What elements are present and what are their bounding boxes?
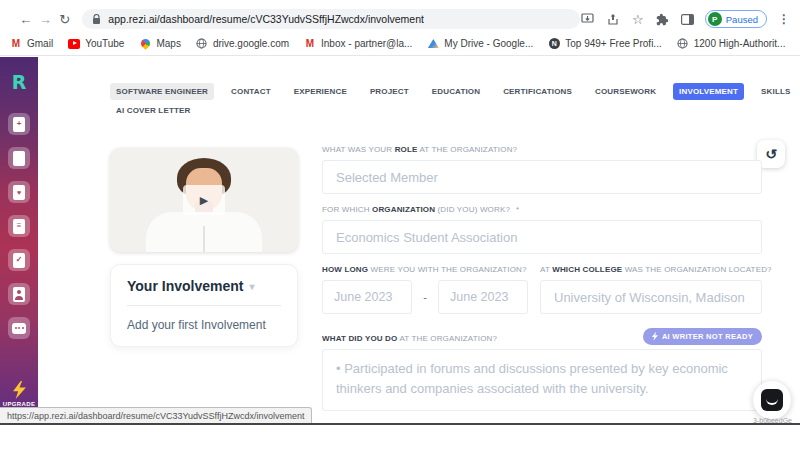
bookmark-label: Maps (156, 38, 180, 49)
share-icon[interactable] (605, 11, 621, 27)
bookmark-label: My Drive - Google... (444, 38, 533, 49)
start-date-input[interactable]: June 2023 (322, 280, 412, 314)
role-input[interactable]: Selected Member (322, 160, 762, 194)
involvement-form: WHAT WAS YOUR ROLE AT THE ORGANIZATION? … (322, 145, 762, 411)
add-first-involvement-link[interactable]: Add your first Involvement (127, 318, 281, 332)
bookmark-drive-site[interactable]: drive.google.com (196, 38, 289, 50)
college-label: AT WHICH COLLEGE WAS THE ORGANIZATION LO… (540, 265, 772, 275)
bookmark-my-drive[interactable]: My Drive - Google... (427, 38, 533, 50)
avatar: P (708, 12, 722, 26)
gmail-icon: M (304, 38, 316, 50)
tab-ai-cover-letter[interactable]: AI COVER LETTER (110, 102, 196, 119)
involvement-heading-label: Your Involvement (127, 278, 243, 294)
globe-icon (196, 38, 208, 50)
bookmark-1200-high[interactable]: 1200 High-Authorit... (677, 38, 786, 50)
college-input[interactable]: University of Wisconsin, Madison (540, 280, 762, 314)
tab-involvement[interactable]: INVOLVEMENT (673, 83, 744, 100)
tab-education[interactable]: EDUCATION (426, 83, 486, 100)
description-label: WHAT DID YOU DO AT THE ORGANIZATION? (322, 334, 497, 344)
bookmark-label: drive.google.com (213, 38, 289, 49)
ai-writer-label: AI WRITER NOT READY (662, 332, 753, 341)
bookmark-label: Inbox - partner@la... (321, 38, 412, 49)
tutorial-video-card[interactable]: ▶ (110, 148, 298, 252)
bookmark-youtube[interactable]: YouTube (68, 38, 124, 50)
duration-label: HOW LONG WERE YOU WITH THE ORGANIZATION? (322, 265, 528, 275)
profile-chip[interactable]: P Paused (705, 10, 767, 28)
document-user-icon[interactable] (8, 283, 30, 305)
bolt-icon (652, 332, 658, 341)
organization-input[interactable]: Economics Student Association (322, 220, 762, 254)
browser-toolbar: ← → ↻ app.rezi.ai/dashboard/resume/cVC33… (0, 6, 800, 32)
play-icon: ▶ (200, 194, 208, 207)
bookmark-inbox[interactable]: M Inbox - partner@la... (304, 38, 412, 50)
chat-bubble-icon[interactable] (8, 317, 30, 339)
bookmark-label: Top 949+ Free Profi... (565, 38, 661, 49)
tab-project[interactable]: PROJECT (364, 83, 415, 100)
rezi-app: R + ♥ ≡ ✓ UPGRADE SOFTWARE ENGINEER CONT… (0, 57, 800, 423)
window-bottom-edge (0, 423, 800, 425)
divider (127, 305, 281, 306)
app-sidebar: R + ♥ ≡ ✓ UPGRADE (0, 57, 38, 423)
bookmark-top949[interactable]: N Top 949+ Free Profi... (548, 38, 661, 50)
ai-writer-button[interactable]: AI WRITER NOT READY (643, 328, 762, 345)
url-bar[interactable]: app.rezi.ai/dashboard/resume/cVC33YudvSS… (82, 9, 579, 29)
bookmark-maps[interactable]: Maps (139, 38, 180, 50)
drive-icon (428, 39, 439, 48)
section-tabs: SOFTWARE ENGINEER CONTACT EXPERIENCE PRO… (110, 83, 758, 100)
browser-window: ← → ↻ app.rezi.ai/dashboard/resume/cVC33… (0, 0, 800, 449)
tab-experience[interactable]: EXPERIENCE (288, 83, 353, 100)
back-icon[interactable]: ← (16, 12, 35, 27)
document-heart-icon[interactable]: ♥ (8, 181, 30, 203)
site-icon: N (549, 38, 560, 49)
section-tabs-row2: AI COVER LETTER (110, 102, 758, 119)
required-asterisk: * (516, 205, 519, 214)
globe-icon (677, 38, 689, 50)
end-date-input[interactable]: June 2023 (438, 280, 528, 314)
date-range-separator: - (423, 291, 427, 303)
rezi-logo[interactable]: R (8, 71, 30, 93)
description-textarea[interactable]: • Participated in forums and discussions… (322, 349, 762, 411)
bookmark-label: 1200 High-Authorit... (694, 38, 786, 49)
upgrade-button[interactable]: UPGRADE (0, 381, 38, 407)
sync-paused-label: Paused (726, 14, 758, 25)
tab-skills[interactable]: SKILLS (755, 83, 796, 100)
bookmark-label: YouTube (85, 38, 124, 49)
gmail-icon: M (10, 38, 22, 50)
history-icon: ↺ (765, 146, 777, 162)
side-panel-icon[interactable] (680, 11, 696, 27)
url-text[interactable]: app.rezi.ai/dashboard/resume/cVC33YudvSS… (108, 13, 424, 25)
lock-icon (92, 14, 101, 25)
chat-smiley-icon (761, 389, 783, 411)
bookmarks-bar: M Gmail YouTube Maps drive.google.com M … (0, 32, 800, 56)
toolbar-actions: ☆ P Paused ⋮ (580, 10, 792, 28)
main-panel: SOFTWARE ENGINEER CONTACT EXPERIENCE PRO… (38, 57, 800, 423)
play-button[interactable]: ▶ (183, 185, 225, 215)
chrome-menu-icon[interactable]: ⋮ (776, 11, 792, 27)
bookmark-label: Gmail (27, 38, 53, 49)
tab-software-engineer[interactable]: SOFTWARE ENGINEER (110, 83, 214, 100)
youtube-icon (68, 39, 80, 49)
reload-icon[interactable]: ↻ (55, 12, 74, 27)
role-label: WHAT WAS YOUR ROLE AT THE ORGANIZATION? (322, 145, 762, 155)
chat-widget-button[interactable] (753, 381, 791, 419)
tab-certifications[interactable]: CERTIFICATIONS (497, 83, 578, 100)
tab-contact[interactable]: CONTACT (225, 83, 277, 100)
involvement-heading[interactable]: Your Involvement ▾ (127, 278, 281, 294)
upgrade-bolt-icon (13, 381, 26, 399)
involvement-list-card: Your Involvement ▾ Add your first Involv… (110, 264, 298, 347)
document-check-icon[interactable]: ✓ (8, 249, 30, 271)
document-plus-icon[interactable]: + (8, 113, 30, 135)
bookmark-gmail[interactable]: M Gmail (10, 38, 53, 50)
document-blank-icon[interactable] (8, 147, 30, 169)
organization-label: FOR WHICH ORGANIZATION (DID YOU) WORK?* (322, 205, 762, 215)
chevron-down-icon: ▾ (249, 281, 254, 292)
link-preview-statusbar: https://app.rezi.ai/dashboard/resume/cVC… (0, 407, 312, 423)
bookmark-star-icon[interactable]: ☆ (630, 11, 646, 27)
tab-coursework[interactable]: COURSEWORK (589, 83, 662, 100)
document-lines-icon[interactable]: ≡ (8, 215, 30, 237)
maps-pin-icon (139, 37, 152, 50)
extensions-puzzle-icon[interactable] (655, 11, 671, 27)
install-icon[interactable] (580, 11, 596, 27)
forward-icon[interactable]: → (35, 12, 54, 27)
